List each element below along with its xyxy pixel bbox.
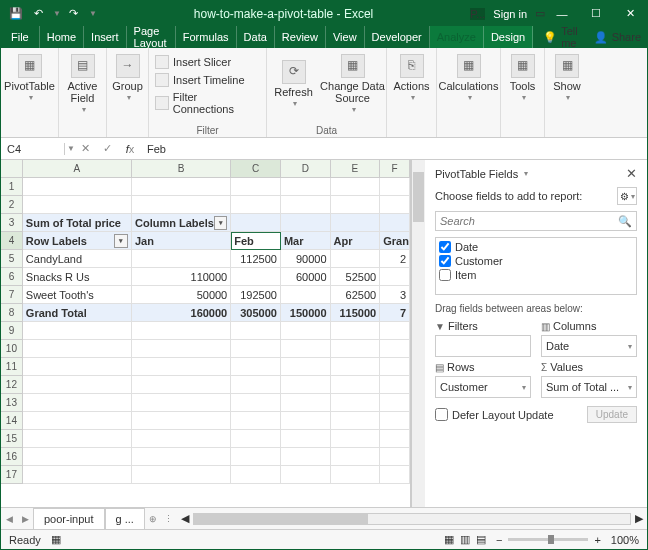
cell[interactable]: 62500 [331, 286, 381, 304]
cell[interactable] [281, 394, 331, 412]
pane-close-icon[interactable]: ✕ [626, 166, 637, 181]
cell[interactable] [380, 412, 410, 430]
cell[interactable] [380, 466, 410, 484]
formula-input[interactable]: Feb [141, 143, 172, 155]
name-box[interactable]: C4 [1, 143, 65, 155]
cell[interactable] [132, 178, 231, 196]
undo-icon[interactable]: ↶ [29, 5, 47, 23]
cell[interactable] [231, 358, 281, 376]
tab-developer[interactable]: Developer [365, 26, 430, 48]
cell[interactable]: 60000 [281, 268, 331, 286]
tab-formulas[interactable]: Formulas [176, 26, 237, 48]
zoom-level[interactable]: 100% [611, 534, 639, 546]
field-checkbox[interactable] [439, 269, 451, 281]
cell[interactable] [281, 340, 331, 358]
cell[interactable] [231, 268, 281, 286]
cell[interactable]: Row Labels▾ [23, 232, 132, 250]
cell[interactable] [231, 376, 281, 394]
cell[interactable]: 7 [380, 304, 410, 322]
filter-dropdown-icon[interactable]: ▾ [114, 234, 128, 248]
tab-analyze[interactable]: Analyze [430, 26, 484, 48]
row-header[interactable]: 14 [1, 412, 23, 430]
cell[interactable] [23, 412, 132, 430]
cell[interactable]: 3 [380, 286, 410, 304]
cell[interactable] [231, 322, 281, 340]
cell[interactable]: Sum of Total price [23, 214, 132, 232]
cell[interactable] [231, 214, 281, 232]
row-header[interactable]: 8 [1, 304, 23, 322]
cell[interactable] [132, 376, 231, 394]
share-button[interactable]: 👤Share [588, 26, 647, 48]
field-item[interactable]: Item [438, 268, 634, 282]
cell[interactable]: 192500 [231, 286, 281, 304]
cell[interactable]: 2 [380, 250, 410, 268]
pane-dropdown-icon[interactable]: ▾ [524, 169, 528, 178]
cell[interactable]: Sweet Tooth's [23, 286, 132, 304]
cell[interactable] [331, 340, 381, 358]
cell[interactable] [23, 340, 132, 358]
cell[interactable] [331, 358, 381, 376]
cell[interactable] [331, 178, 381, 196]
cell[interactable] [281, 322, 331, 340]
cell[interactable] [380, 430, 410, 448]
cell[interactable] [331, 376, 381, 394]
cell[interactable] [231, 466, 281, 484]
filters-area-box[interactable] [435, 335, 531, 357]
cell[interactable] [231, 412, 281, 430]
cell[interactable]: Snacks R Us [23, 268, 132, 286]
row-header[interactable]: 1 [1, 178, 23, 196]
view-normal-icon[interactable]: ▦ [444, 533, 454, 546]
zoom-in-icon[interactable]: + [594, 534, 600, 546]
cell[interactable]: 112500 [231, 250, 281, 268]
cell[interactable] [23, 448, 132, 466]
cell[interactable] [23, 430, 132, 448]
values-area-box[interactable]: Sum of Total ...▾ [541, 376, 637, 398]
undo-dropdown-icon[interactable]: ▼ [53, 9, 61, 18]
cell[interactable] [132, 448, 231, 466]
cell[interactable] [281, 214, 331, 232]
tab-page-layout[interactable]: Page Layout [127, 26, 176, 48]
pane-settings-icon[interactable]: ⚙▾ [617, 187, 637, 205]
pivottable-button[interactable]: ▦PivotTable▾ [4, 50, 56, 103]
col-header-E[interactable]: E [331, 160, 381, 178]
cell[interactable] [23, 358, 132, 376]
cell[interactable] [231, 394, 281, 412]
cell[interactable] [331, 214, 381, 232]
cell[interactable] [132, 196, 231, 214]
view-layout-icon[interactable]: ▥ [460, 533, 470, 546]
worksheet[interactable]: A B C D E F 123Sum of Total priceColumn … [1, 160, 411, 507]
cell[interactable] [380, 178, 410, 196]
cell[interactable] [132, 412, 231, 430]
cell[interactable] [380, 322, 410, 340]
cell[interactable] [380, 214, 410, 232]
cell[interactable] [231, 430, 281, 448]
cell[interactable] [132, 340, 231, 358]
cell[interactable] [231, 340, 281, 358]
cell[interactable] [23, 196, 132, 214]
cell[interactable]: 52500 [331, 268, 381, 286]
cell[interactable] [23, 376, 132, 394]
col-header-C[interactable]: C [231, 160, 281, 178]
tab-insert[interactable]: Insert [84, 26, 127, 48]
cell[interactable] [281, 412, 331, 430]
horizontal-scrollbar[interactable]: ◀▶ [177, 512, 647, 525]
show-button[interactable]: ▦Show▾ [541, 50, 593, 103]
row-header[interactable]: 4 [1, 232, 23, 250]
cell[interactable]: Column Labels▾ [132, 214, 231, 232]
view-pagebreak-icon[interactable]: ▤ [476, 533, 486, 546]
cell[interactable]: Jan [132, 232, 231, 250]
field-search-input[interactable] [440, 215, 618, 227]
cancel-formula-icon[interactable]: ✕ [75, 142, 97, 155]
cell[interactable]: Mar [281, 232, 331, 250]
redo-icon[interactable]: ↷ [65, 5, 83, 23]
refresh-button[interactable]: ⟳Refresh▾ [268, 50, 320, 115]
field-search[interactable]: 🔍 [435, 211, 637, 231]
row-header[interactable]: 6 [1, 268, 23, 286]
cell[interactable] [281, 286, 331, 304]
tab-design[interactable]: Design [484, 26, 533, 48]
cell[interactable] [380, 196, 410, 214]
cell[interactable]: Feb [231, 232, 281, 250]
cell[interactable] [331, 196, 381, 214]
field-item[interactable]: Date [438, 240, 634, 254]
filter-dropdown-icon[interactable]: ▾ [214, 216, 227, 230]
